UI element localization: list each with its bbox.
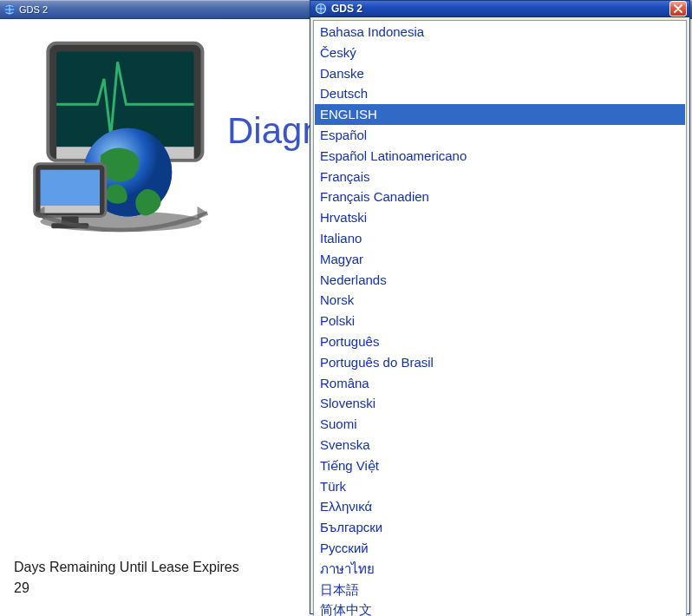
language-option[interactable]: Deutsch	[315, 83, 685, 104]
dialog-close-button[interactable]	[669, 1, 687, 16]
main-window-title: GDS 2	[19, 4, 48, 15]
language-dialog: GDS 2 Bahasa IndonesiaČeskýDanskeDeutsch…	[310, 0, 690, 614]
language-option[interactable]: Tiếng Việt	[315, 455, 685, 476]
dialog-titlebar[interactable]: GDS 2	[310, 1, 689, 17]
svg-marker-15	[198, 206, 208, 220]
language-option[interactable]: Polski	[315, 311, 685, 331]
lease-days-remaining: 29	[14, 578, 239, 599]
language-option[interactable]: Nederlands	[315, 270, 685, 291]
language-option[interactable]: Български	[315, 517, 685, 538]
language-option[interactable]: Italiano	[315, 228, 685, 249]
language-option[interactable]: Český	[315, 43, 685, 63]
language-option[interactable]: Français	[315, 167, 685, 187]
diagnostic-illustration	[19, 36, 223, 236]
language-option[interactable]: Português	[315, 331, 685, 352]
language-option[interactable]: Danske	[315, 63, 685, 84]
language-option[interactable]: 日本語	[315, 580, 685, 600]
language-list[interactable]: Bahasa IndonesiaČeskýDanskeDeutschENGLIS…	[313, 20, 687, 616]
language-option[interactable]: Español	[315, 125, 685, 146]
language-option[interactable]: Svenska	[315, 435, 685, 455]
language-option[interactable]: 简体中文	[315, 600, 685, 616]
language-option[interactable]: Slovenski	[315, 393, 685, 414]
lease-info: Days Remaining Until Lease Expires 29	[14, 557, 239, 599]
language-option[interactable]: Hrvatski	[315, 207, 685, 228]
language-option[interactable]: Türk	[315, 476, 685, 497]
svg-rect-11	[41, 206, 101, 213]
language-option[interactable]: Español Latinoamericano	[315, 146, 685, 167]
language-option[interactable]: Français Canadien	[315, 187, 685, 207]
svg-rect-10	[41, 170, 101, 206]
language-option[interactable]: Româna	[315, 373, 685, 394]
language-option[interactable]: Bahasa Indonesia	[315, 22, 685, 43]
language-option[interactable]: Ελληνικά	[315, 496, 685, 517]
language-option[interactable]: Norsk	[315, 290, 685, 311]
lease-label: Days Remaining Until Lease Expires	[14, 557, 239, 578]
dialog-body: Bahasa IndonesiaČeskýDanskeDeutschENGLIS…	[310, 17, 689, 616]
language-option[interactable]: ENGLISH	[315, 104, 685, 125]
language-option[interactable]: Português do Brasil	[315, 352, 685, 373]
close-icon	[674, 1, 682, 16]
app-icon	[3, 3, 16, 16]
dialog-title: GDS 2	[331, 3, 665, 15]
language-option[interactable]: Русский	[315, 538, 685, 559]
app-icon	[315, 3, 327, 15]
language-option[interactable]: Magyar	[315, 249, 685, 270]
language-option[interactable]: Suomi	[315, 414, 685, 435]
language-option[interactable]: ภาษาไทย	[315, 559, 685, 580]
